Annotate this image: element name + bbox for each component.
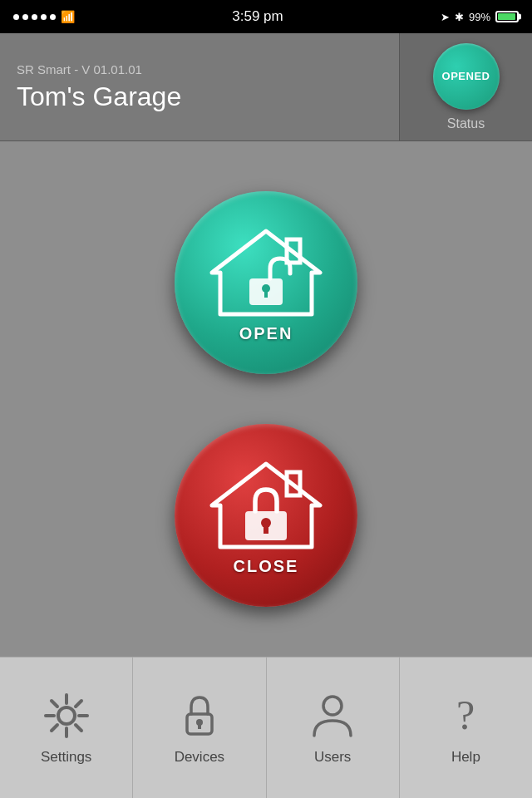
status-right: ➤ ✱ 99% <box>441 11 519 23</box>
svg-point-10 <box>58 707 75 724</box>
tab-help[interactable]: ? Help <box>400 658 532 798</box>
status-time: 3:59 pm <box>232 8 283 25</box>
signal-dots <box>13 14 56 20</box>
status-left: 📶 <box>13 10 75 23</box>
status-circle: OPENED <box>433 43 500 110</box>
close-button[interactable]: CLOSE <box>175 424 357 607</box>
status-bar: 📶 3:59 pm ➤ ✱ 99% <box>0 0 532 33</box>
svg-text:?: ? <box>456 692 475 738</box>
devices-icon <box>175 691 224 741</box>
svg-point-22 <box>323 697 342 715</box>
svg-line-16 <box>76 725 81 731</box>
svg-line-18 <box>52 725 57 731</box>
devices-tab-label: Devices <box>175 749 224 766</box>
battery-indicator <box>495 11 519 22</box>
header-left: SR Smart - V 01.01.01 Tom's Garage <box>0 33 399 140</box>
battery-percentage: 99% <box>469 11 490 23</box>
svg-rect-4 <box>264 289 268 298</box>
app-version: SR Smart - V 01.01.01 <box>17 62 382 76</box>
svg-line-17 <box>76 701 81 707</box>
users-tab-label: Users <box>314 749 351 766</box>
help-tab-label: Help <box>451 749 480 766</box>
svg-rect-21 <box>198 724 201 729</box>
garage-name: Tom's Garage <box>17 81 382 112</box>
tab-settings[interactable]: Settings <box>0 658 133 798</box>
close-house-icon <box>208 456 324 555</box>
tab-users[interactable]: Users <box>267 658 400 798</box>
bluetooth-icon: ✱ <box>455 11 464 23</box>
location-icon: ➤ <box>441 11 450 23</box>
main-content: OPEN CLOSE <box>0 141 532 657</box>
open-house-icon <box>208 223 324 323</box>
open-button[interactable]: OPEN <box>175 191 357 374</box>
status-label: Status <box>447 116 485 131</box>
open-button-label: OPEN <box>239 324 293 343</box>
wifi-icon: 📶 <box>61 10 75 23</box>
help-icon: ? <box>441 691 490 741</box>
header: SR Smart - V 01.01.01 Tom's Garage OPENE… <box>0 33 532 141</box>
svg-rect-9 <box>264 525 268 534</box>
users-icon <box>308 691 357 741</box>
tab-devices[interactable]: Devices <box>133 658 266 798</box>
svg-line-15 <box>52 701 57 707</box>
status-value: OPENED <box>442 70 490 82</box>
close-button-label: CLOSE <box>234 557 299 576</box>
settings-tab-label: Settings <box>41 749 91 766</box>
settings-icon <box>42 691 91 741</box>
tab-bar: Settings Devices Users ? Help <box>0 657 532 798</box>
header-status: OPENED Status <box>399 33 532 140</box>
